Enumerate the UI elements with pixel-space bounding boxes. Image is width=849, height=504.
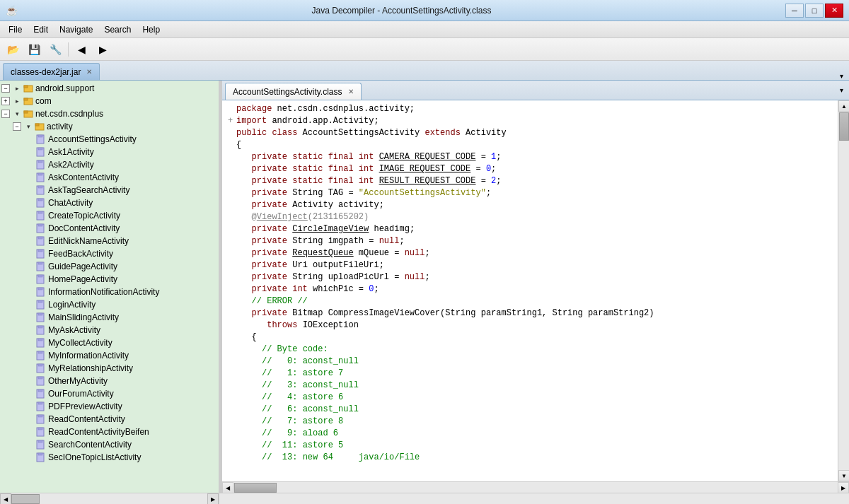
close-button[interactable]: ✕ [825, 4, 843, 18]
tree-pm-com[interactable]: + [1, 97, 10, 105]
forward-button[interactable]: ▶ [93, 40, 112, 59]
tree-item-PDFPreviewActivity[interactable]: PDFPreviewActivity [0, 400, 219, 413]
tree-item-MyCollectActivity[interactable]: MyCollectActivity [0, 336, 219, 349]
tree-expander-ChatActivity [24, 197, 35, 209]
tree-item-HomePageActivity[interactable]: HomePageActivity [0, 273, 219, 286]
tree-item-activity[interactable]: −▾activity [0, 120, 219, 133]
scroll-track[interactable] [838, 112, 849, 470]
left-hscroll-right[interactable]: ▶ [207, 493, 219, 504]
properties-button[interactable]: 🔧 [45, 40, 65, 59]
tree-item-Ask2Activity[interactable]: Ask2Activity [0, 158, 219, 171]
code-line-content: private static final int RESULT_REQUEST_… [236, 175, 832, 187]
code-line-content: // 11: astore 5 [236, 440, 832, 452]
svg-rect-55 [38, 428, 42, 430]
back-button[interactable]: ◀ [71, 40, 91, 59]
tree-pm-android-support[interactable]: − [1, 84, 10, 93]
open-button[interactable]: 📂 [3, 40, 23, 59]
tree-expander-activity[interactable]: ▾ [23, 121, 34, 132]
tree-item-Ask1Activity[interactable]: Ask1Activity [0, 146, 219, 158]
h-scroll-thumb[interactable] [234, 483, 277, 493]
menu-item-navigate[interactable]: Navigate [54, 23, 98, 36]
scroll-up-button[interactable]: ▲ [838, 100, 849, 112]
tree-item-android-support[interactable]: −▸android.support [0, 82, 219, 95]
menu-item-edit[interactable]: Edit [28, 23, 54, 36]
tree-expander-MainSlidingActivity [24, 312, 35, 323]
code-tab-close[interactable]: ✕ [348, 88, 354, 95]
left-hscroll-left[interactable]: ◀ [0, 493, 11, 504]
file-tab-label: classes-dex2jar.jar [11, 67, 81, 77]
tree-item-net-csdn[interactable]: −▾net.csdn.csdnplus [0, 107, 219, 120]
tree-item-MainSlidingActivity[interactable]: MainSlidingActivity [0, 311, 219, 324]
scroll-right-button[interactable]: ▶ [838, 482, 849, 493]
menu-item-help[interactable]: Help [137, 23, 166, 36]
code-line: private String TAG = "AccountSettingsAct… [228, 187, 832, 199]
code-line: private static final int IMAGE_REQUEST_C… [228, 163, 832, 175]
tree-item-SearchContentActivity[interactable]: SearchContentActivity [0, 438, 219, 451]
code-line-content: private int whichPic = 0; [236, 283, 832, 295]
tree-item-LoginActivity[interactable]: LoginActivity [0, 298, 219, 311]
code-expand-icon[interactable]: + [228, 115, 236, 127]
tree-item-GuidePageActivity[interactable]: GuidePageActivity [0, 260, 219, 273]
tree-item-MyRelationshipActivity[interactable]: MyRelationshipActivity [0, 362, 219, 375]
code-editor[interactable]: package net.csdn.csdnplus.activity;+impo… [222, 100, 838, 481]
code-line: // 13: new 64 java/io/File [228, 452, 832, 464]
left-hscroll[interactable]: ◀ ▶ [0, 493, 219, 504]
menu-item-file[interactable]: File [3, 23, 28, 36]
svg-rect-29 [38, 262, 42, 264]
tree-pm-activity[interactable]: − [13, 122, 21, 131]
tree-label-InformationNotificationActivity: InformationNotificationActivity [48, 287, 159, 297]
svg-rect-1 [24, 86, 28, 88]
code-tab[interactable]: AccountSettingsActivity.class ✕ [225, 83, 362, 100]
tree-item-ReadContentActivityBeifen[interactable]: ReadContentActivityBeifen [0, 426, 219, 438]
tree-item-OtherMyActivity[interactable]: OtherMyActivity [0, 375, 219, 387]
horizontal-scrollbar[interactable]: ◀ ▶ [222, 481, 849, 493]
tab-scroll-button[interactable]: ▾ [837, 72, 846, 80]
tree-expander-android-support[interactable]: ▸ [11, 83, 23, 94]
tree-item-CreateTopicActivity[interactable]: CreateTopicActivity [0, 209, 219, 222]
minimize-button[interactable]: ─ [785, 4, 804, 18]
svg-rect-49 [38, 389, 42, 392]
vertical-scrollbar[interactable]: ▲ ▼ [838, 100, 849, 481]
left-hscroll-track[interactable] [11, 493, 207, 504]
tree-view[interactable]: −▸android.support+▸com−▾net.csdn.csdnplu… [0, 81, 219, 493]
tree-item-OurForumActivity[interactable]: OurForumActivity [0, 387, 219, 400]
tree-item-AccountSettingsActivity[interactable]: AccountSettingsActivity [0, 133, 219, 146]
tree-item-FeedBackActivity[interactable]: FeedBackActivity [0, 247, 219, 260]
menu-item-search[interactable]: Search [98, 23, 137, 36]
code-line: private String uploadPicUrl = null; [228, 271, 832, 283]
maximize-button[interactable]: □ [805, 4, 824, 18]
tree-icon-GuidePageActivity [35, 261, 47, 272]
svg-rect-11 [38, 148, 42, 150]
tree-item-InformationNotificationActivity[interactable]: InformationNotificationActivity [0, 286, 219, 298]
left-hscroll-thumb[interactable] [11, 494, 40, 504]
tree-expander-net-csdn[interactable]: ▾ [11, 108, 23, 119]
scroll-thumb[interactable] [839, 112, 849, 141]
svg-rect-37 [38, 313, 42, 315]
tree-item-ChatActivity[interactable]: ChatActivity [0, 197, 219, 209]
tree-item-SecIOneTopicListActivity[interactable]: SecIOneTopicListActivity [0, 451, 219, 464]
tree-item-AskTagSearchActivity[interactable]: AskTagSearchActivity [0, 184, 219, 197]
tree-item-DocContentActivity[interactable]: DocContentActivity [0, 222, 219, 235]
tree-item-MyAskActivity[interactable]: MyAskActivity [0, 324, 219, 336]
tree-icon-DocContentActivity [35, 223, 47, 234]
save-button[interactable]: 💾 [24, 40, 44, 59]
tree-item-AskContentActivity[interactable]: AskContentActivity [0, 171, 219, 184]
file-tab[interactable]: classes-dex2jar.jar ✕ [3, 63, 100, 80]
scroll-left-button[interactable]: ◀ [222, 482, 233, 493]
tree-item-EditNickNameActivity[interactable]: EditNickNameActivity [0, 235, 219, 247]
h-scroll-track[interactable] [233, 482, 838, 493]
file-tab-close[interactable]: ✕ [86, 68, 92, 76]
tree-item-ReadContentActivity[interactable]: ReadContentActivity [0, 413, 219, 426]
tree-item-MyInformationActivity[interactable]: MyInformationActivity [0, 349, 219, 362]
code-line: // 1: astore 7 [228, 368, 832, 380]
tree-pm-net-csdn[interactable]: − [1, 110, 10, 118]
svg-rect-27 [38, 250, 42, 252]
tree-label-ReadContentActivityBeifen: ReadContentActivityBeifen [48, 427, 149, 437]
scroll-down-button[interactable]: ▼ [838, 470, 849, 481]
tree-item-com[interactable]: +▸com [0, 95, 219, 107]
tree-expander-com[interactable]: ▸ [11, 95, 23, 107]
tree-expander-SecIOneTopicListActivity [24, 452, 35, 463]
tree-expander-MyCollectActivity [24, 337, 35, 348]
code-tab-scroll[interactable]: ▾ [837, 85, 846, 95]
tree-icon-Ask1Activity [35, 146, 47, 158]
